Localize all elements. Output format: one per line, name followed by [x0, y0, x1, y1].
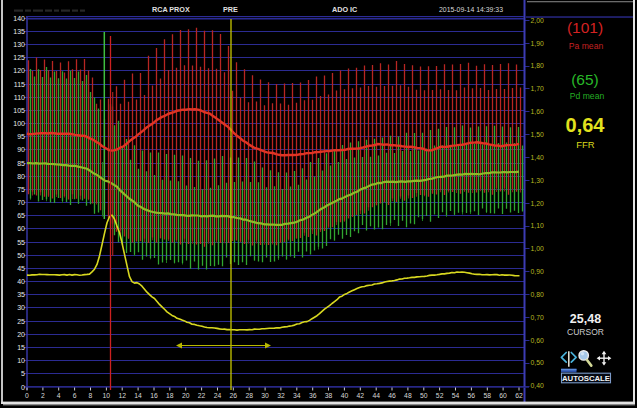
svg-text:10: 10: [103, 392, 111, 399]
svg-text:90: 90: [17, 146, 25, 153]
svg-text:65: 65: [17, 212, 25, 219]
svg-text:50: 50: [17, 252, 25, 259]
svg-text:0,60: 0,60: [531, 337, 544, 344]
svg-text:1,50: 1,50: [531, 131, 544, 138]
svg-text:120: 120: [13, 67, 25, 74]
svg-text:30: 30: [261, 392, 269, 399]
svg-text:Pa mean: Pa mean: [569, 41, 604, 51]
svg-text:105: 105: [13, 107, 25, 114]
svg-text:35: 35: [17, 291, 25, 298]
svg-text:15: 15: [17, 344, 25, 351]
svg-text:2,00: 2,00: [531, 17, 544, 24]
svg-text:PRE: PRE: [223, 5, 238, 14]
svg-text:0,40: 0,40: [531, 382, 544, 389]
svg-text:42: 42: [357, 392, 365, 399]
svg-text:26: 26: [230, 392, 238, 399]
svg-text:14: 14: [134, 392, 142, 399]
svg-text:ADO IC: ADO IC: [332, 5, 357, 14]
svg-text:54: 54: [452, 392, 460, 399]
svg-text:50: 50: [420, 392, 428, 399]
svg-text:110: 110: [14, 94, 25, 101]
svg-text:36: 36: [309, 392, 317, 399]
svg-text:2: 2: [41, 392, 45, 399]
svg-text:60: 60: [17, 225, 25, 232]
svg-text:30: 30: [17, 304, 25, 311]
svg-text:CURSOR: CURSOR: [567, 327, 604, 337]
svg-text:6: 6: [73, 392, 77, 399]
svg-text:130: 130: [13, 41, 25, 48]
svg-text:5: 5: [21, 370, 25, 377]
svg-text:FFR: FFR: [576, 139, 595, 150]
svg-text:1,20: 1,20: [531, 200, 544, 207]
svg-text:70: 70: [17, 199, 25, 206]
svg-text:0: 0: [21, 384, 25, 391]
svg-text:2015-09-14 14:39:33: 2015-09-14 14:39:33: [439, 6, 503, 13]
svg-text:12: 12: [118, 392, 126, 399]
svg-text:45: 45: [17, 265, 25, 272]
svg-text:25,48: 25,48: [570, 312, 601, 326]
svg-text:80: 80: [17, 173, 25, 180]
svg-text:115: 115: [14, 81, 25, 88]
svg-text:0,90: 0,90: [531, 268, 544, 275]
svg-text:22: 22: [198, 392, 206, 399]
svg-text:10: 10: [17, 357, 25, 364]
svg-text:RCA PROX: RCA PROX: [152, 5, 190, 14]
svg-text:25: 25: [17, 318, 25, 325]
svg-text:100: 100: [13, 120, 25, 127]
svg-text:1,30: 1,30: [531, 177, 544, 184]
svg-text:40: 40: [341, 392, 349, 399]
svg-text:AUTOSCALE: AUTOSCALE: [562, 374, 610, 383]
svg-text:0,64: 0,64: [566, 114, 606, 136]
svg-text:1,00: 1,00: [531, 245, 544, 252]
svg-text:(101): (101): [567, 19, 603, 36]
svg-text:0: 0: [25, 392, 29, 399]
svg-text:62: 62: [515, 392, 523, 399]
svg-text:38: 38: [325, 392, 333, 399]
svg-text:85: 85: [17, 160, 25, 167]
svg-text:4: 4: [57, 392, 61, 399]
svg-text:46: 46: [388, 392, 396, 399]
svg-text:28: 28: [245, 392, 253, 399]
svg-text:1,10: 1,10: [531, 222, 544, 229]
svg-text:140: 140: [13, 15, 25, 22]
svg-text:0,80: 0,80: [531, 291, 544, 298]
svg-text:0,70: 0,70: [531, 314, 544, 321]
svg-text:32: 32: [277, 392, 285, 399]
svg-text:60: 60: [499, 392, 507, 399]
svg-text:52: 52: [436, 392, 444, 399]
svg-text:40: 40: [17, 278, 25, 285]
svg-text:20: 20: [182, 392, 190, 399]
svg-text:1,40: 1,40: [531, 154, 544, 161]
svg-text:Pd mean: Pd mean: [570, 91, 605, 101]
svg-text:16: 16: [150, 392, 158, 399]
svg-text:24: 24: [214, 392, 222, 399]
svg-text:135: 135: [13, 28, 25, 35]
svg-text:1,70: 1,70: [531, 85, 544, 92]
svg-text:1,90: 1,90: [531, 40, 544, 47]
svg-text:1,80: 1,80: [531, 62, 544, 69]
svg-text:55: 55: [17, 239, 25, 246]
svg-text:1,60: 1,60: [531, 108, 544, 115]
svg-text:58: 58: [483, 392, 491, 399]
svg-text:(65): (65): [571, 71, 599, 88]
svg-text:48: 48: [404, 392, 412, 399]
svg-text:18: 18: [166, 392, 174, 399]
svg-text:0,50: 0,50: [531, 359, 544, 366]
svg-text:56: 56: [468, 392, 476, 399]
svg-text:8: 8: [89, 392, 93, 399]
svg-text:75: 75: [17, 186, 25, 193]
svg-text:34: 34: [293, 392, 301, 399]
svg-text:20: 20: [17, 331, 25, 338]
svg-text:44: 44: [372, 392, 380, 399]
svg-text:95: 95: [17, 133, 25, 140]
svg-text:125: 125: [13, 54, 25, 61]
